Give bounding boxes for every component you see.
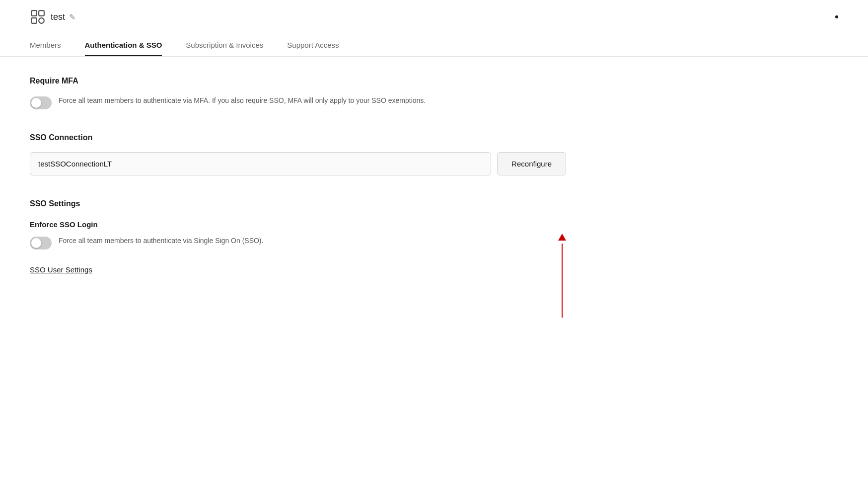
sso-settings-title: SSO Settings: [30, 199, 566, 208]
dot-indicator: [835, 15, 838, 18]
svg-rect-2: [31, 18, 37, 23]
sso-connection-input[interactable]: [30, 152, 491, 175]
tab-members[interactable]: Members: [30, 35, 61, 56]
edit-icon[interactable]: ✎: [69, 12, 75, 22]
sso-connection-row: Reconfigure: [30, 152, 566, 175]
enforce-sso-description: Force all team members to authenticate v…: [59, 236, 263, 246]
require-mfa-title: Require MFA: [30, 77, 566, 85]
require-mfa-section: Require MFA Force all team members to au…: [30, 77, 566, 109]
sso-connection-section: SSO Connection Reconfigure: [30, 133, 566, 175]
svg-point-3: [39, 18, 44, 23]
reconfigure-button[interactable]: Reconfigure: [497, 152, 566, 175]
main-content: Require MFA Force all team members to au…: [0, 57, 596, 318]
sso-user-settings-link[interactable]: SSO User Settings: [30, 265, 92, 274]
sso-connection-title: SSO Connection: [30, 133, 566, 142]
org-icon: [30, 9, 46, 25]
mfa-description: Force all team members to authenticate v…: [59, 95, 426, 106]
svg-rect-1: [39, 10, 44, 16]
org-name: test: [51, 12, 65, 22]
svg-rect-0: [31, 10, 37, 16]
mfa-toggle-slider: [30, 96, 52, 109]
top-bar: test ✎: [0, 0, 868, 25]
enforce-sso-toggle[interactable]: [30, 237, 52, 250]
enforce-sso-toggle-row: Force all team members to authenticate v…: [30, 236, 566, 250]
tab-auth-sso[interactable]: Authentication & SSO: [85, 35, 162, 56]
sso-settings-section: SSO Settings Enforce SSO Login Force all…: [30, 199, 566, 274]
enforce-sso-toggle-slider: [30, 237, 52, 250]
mfa-toggle[interactable]: [30, 96, 52, 109]
tab-support[interactable]: Support Access: [287, 35, 339, 56]
mfa-toggle-row: Force all team members to authenticate v…: [30, 95, 566, 109]
tab-subscription[interactable]: Subscription & Invoices: [186, 35, 263, 56]
nav-tabs: Members Authentication & SSO Subscriptio…: [0, 35, 868, 57]
enforce-sso-subtitle: Enforce SSO Login: [30, 220, 566, 229]
